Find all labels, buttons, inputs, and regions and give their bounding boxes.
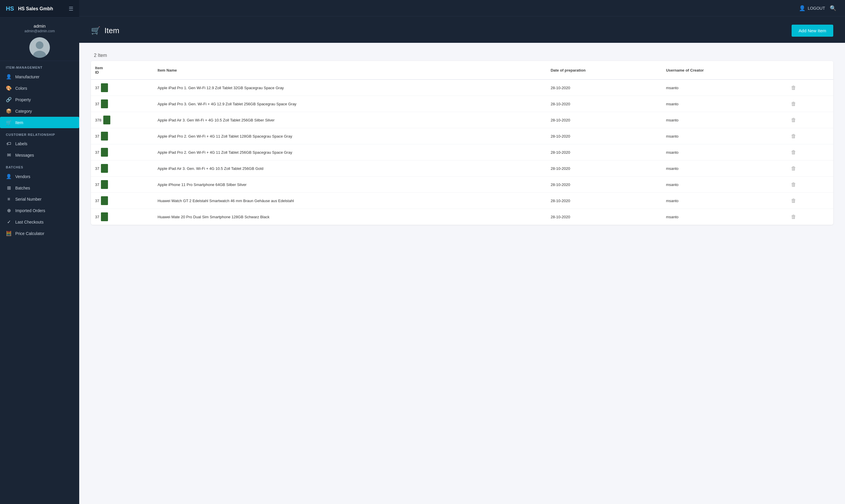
cell-item-id: 37 bbox=[91, 144, 154, 160]
cell-creator: msanto bbox=[662, 128, 785, 144]
sidebar-item-labels[interactable]: 🏷 Labels bbox=[0, 138, 79, 149]
delete-button[interactable]: 🗑 bbox=[789, 84, 799, 92]
logo-icon: HS bbox=[6, 5, 14, 12]
labels-icon: 🏷 bbox=[6, 141, 12, 146]
item-count-badge: 2 Item bbox=[94, 53, 107, 58]
cell-creator: msanto bbox=[662, 79, 785, 96]
cell-creator: msanto bbox=[662, 209, 785, 225]
item-id-text: 37 bbox=[95, 215, 99, 219]
sidebar-item-label: Imported Orders bbox=[15, 208, 45, 213]
sidebar-item-manufacturer[interactable]: 👤 Manufacturer bbox=[0, 71, 79, 83]
table-row: 37 Huawei Watch GT 2 Edelstahl Smartwatc… bbox=[91, 193, 833, 209]
add-new-item-button[interactable]: Add New Item bbox=[792, 25, 833, 37]
cell-date: 28-10-2020 bbox=[546, 177, 662, 193]
cell-actions: 🗑 bbox=[785, 177, 833, 193]
sidebar-item-label: Serial Number bbox=[15, 197, 41, 201]
cell-item-id: 37 bbox=[91, 79, 154, 96]
cell-date: 28-10-2020 bbox=[546, 193, 662, 209]
cell-item-name: Huawei Mate 20 Pro Dual Sim Smartphone 1… bbox=[154, 209, 546, 225]
cell-item-id: 37 bbox=[91, 193, 154, 209]
table-row: 37 Huawei Mate 20 Pro Dual Sim Smartphon… bbox=[91, 209, 833, 225]
cart-icon: 🛒 bbox=[91, 26, 100, 35]
logout-label: LOGOUT bbox=[808, 6, 825, 11]
cell-item-id: 37 bbox=[91, 160, 154, 177]
sidebar-item-category[interactable]: 📦 Category bbox=[0, 105, 79, 117]
cell-item-name: Huawei Watch GT 2 Edelstahl Smartwatch 4… bbox=[154, 193, 546, 209]
price-calculator-icon: 🧮 bbox=[6, 231, 12, 236]
cell-actions: 🗑 bbox=[785, 144, 833, 160]
cell-item-id: 37 bbox=[91, 209, 154, 225]
color-swatch bbox=[101, 164, 108, 173]
cell-actions: 🗑 bbox=[785, 193, 833, 209]
delete-button[interactable]: 🗑 bbox=[789, 100, 799, 108]
sidebar-item-messages[interactable]: ✉ Messages bbox=[0, 149, 79, 161]
cell-date: 28-10-2020 bbox=[546, 112, 662, 128]
item-id-text: 37 bbox=[95, 166, 99, 171]
col-item-id: ItemID bbox=[91, 61, 154, 79]
sidebar-item-label: Manufacturer bbox=[15, 74, 39, 79]
sidebar-item-price-calculator[interactable]: 🧮 Price Calculator bbox=[0, 228, 79, 239]
cell-creator: msanto bbox=[662, 193, 785, 209]
property-icon: 🔗 bbox=[6, 97, 12, 102]
table-header-row: ItemID Item Name Date of preparation Use… bbox=[91, 61, 833, 79]
item-id-text: 37 bbox=[95, 102, 99, 106]
page-title: Item bbox=[105, 26, 120, 35]
item-id-text: 37 bbox=[95, 134, 99, 139]
color-swatch bbox=[101, 132, 108, 141]
topbar: 👤 LOGOUT 🔍 bbox=[79, 0, 845, 16]
col-item-name: Item Name bbox=[154, 61, 546, 79]
vendors-icon: 👤 bbox=[6, 174, 12, 179]
delete-button[interactable]: 🗑 bbox=[789, 197, 799, 205]
items-table-container: ItemID Item Name Date of preparation Use… bbox=[91, 61, 833, 225]
cell-actions: 🗑 bbox=[785, 209, 833, 225]
delete-button[interactable]: 🗑 bbox=[789, 132, 799, 141]
batches-label: BATCHES bbox=[0, 161, 79, 171]
color-swatch bbox=[103, 115, 110, 124]
table-row: 37 Apple iPad Pro 1. Gen Wi-Fi 12.9 Zoll… bbox=[91, 79, 833, 96]
sidebar-item-label: Category bbox=[15, 109, 32, 113]
item-count-area: 2 Item bbox=[82, 49, 842, 61]
cell-item-name: Apple iPad Pro 1. Gen Wi-Fi 12.9 Zoll Ta… bbox=[154, 79, 546, 96]
batches-icon: ⊞ bbox=[6, 185, 12, 191]
cell-date: 28-10-2020 bbox=[546, 209, 662, 225]
sidebar-item-imported-orders[interactable]: ⊕ Imported Orders bbox=[0, 205, 79, 216]
delete-button[interactable]: 🗑 bbox=[789, 164, 799, 173]
item-id-text: 37 bbox=[95, 199, 99, 203]
sidebar-item-last-checkouts[interactable]: ✓ Last Checkouts bbox=[0, 216, 79, 228]
sidebar-item-item[interactable]: 🛒 Item bbox=[0, 117, 79, 128]
delete-button[interactable]: 🗑 bbox=[789, 116, 799, 124]
sidebar-item-label: Batches bbox=[15, 186, 30, 191]
sidebar-item-colors[interactable]: 🎨 Colors bbox=[0, 83, 79, 94]
cell-item-name: Apple iPhone 11 Pro Smartphone 64GB Silb… bbox=[154, 177, 546, 193]
delete-button[interactable]: 🗑 bbox=[789, 213, 799, 221]
search-icon[interactable]: 🔍 bbox=[830, 5, 836, 12]
color-swatch bbox=[101, 148, 108, 157]
cell-item-id: 37 bbox=[91, 128, 154, 144]
cell-item-name: Apple iPad Pro 2. Gen Wi-Fi + 4G 11 Zoll… bbox=[154, 144, 546, 160]
user-circle-icon: 👤 bbox=[799, 5, 805, 12]
colors-icon: 🎨 bbox=[6, 85, 12, 91]
cell-creator: msanto bbox=[662, 96, 785, 112]
sidebar-item-label: Item bbox=[15, 120, 23, 125]
cell-date: 28-10-2020 bbox=[546, 96, 662, 112]
delete-button[interactable]: 🗑 bbox=[789, 180, 799, 189]
table-row: 37 Apple iPad Pro 2. Gen Wi-Fi + 4G 11 Z… bbox=[91, 128, 833, 144]
item-management-label: ITEM-MANAGEMENT bbox=[0, 61, 79, 71]
cell-item-id: 378 bbox=[91, 112, 154, 128]
cell-actions: 🗑 bbox=[785, 79, 833, 96]
color-swatch bbox=[101, 83, 108, 92]
cell-creator: msanto bbox=[662, 160, 785, 177]
sidebar-item-serial-number[interactable]: ≡ Serial Number bbox=[0, 194, 79, 205]
color-swatch bbox=[101, 196, 108, 205]
delete-button[interactable]: 🗑 bbox=[789, 148, 799, 157]
sidebar-item-vendors[interactable]: 👤 Vendors bbox=[0, 171, 79, 182]
sidebar-item-property[interactable]: 🔗 Property bbox=[0, 94, 79, 105]
logout-button[interactable]: 👤 LOGOUT bbox=[799, 5, 825, 12]
color-swatch bbox=[101, 212, 108, 221]
item-id-text: 37 bbox=[95, 182, 99, 187]
hamburger-icon[interactable]: ☰ bbox=[69, 5, 73, 12]
sidebar-header: HS HS Sales Gmbh ☰ bbox=[0, 0, 79, 18]
cell-date: 28-10-2020 bbox=[546, 79, 662, 96]
color-swatch bbox=[101, 100, 108, 108]
sidebar-item-batches[interactable]: ⊞ Batches bbox=[0, 182, 79, 194]
